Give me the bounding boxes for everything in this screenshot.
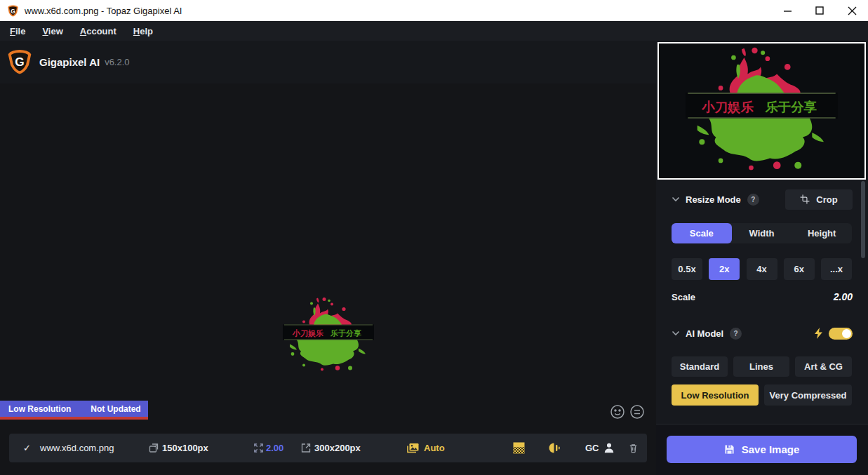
factor-2x-button[interactable]: 2x (709, 258, 740, 280)
menu-account[interactable]: Account (80, 26, 116, 36)
crop-button[interactable]: Crop (785, 189, 853, 210)
resize-mode-title: Resize Mode (686, 194, 741, 205)
factor-4x-button[interactable]: 4x (747, 258, 777, 280)
canvas-image[interactable] (283, 294, 374, 377)
svg-text:G: G (11, 7, 15, 14)
trash-icon[interactable] (628, 434, 639, 462)
save-floppy-icon (724, 444, 735, 455)
factor-6x-button[interactable]: 6x (784, 258, 815, 280)
tab-width[interactable]: Width (732, 223, 792, 243)
model-standard-button[interactable]: Standard (672, 356, 728, 377)
ai-model-buttons-row1: Standard Lines Art & CG (672, 356, 852, 377)
factor-0_5x-button[interactable]: 0.5x (672, 258, 702, 280)
file-name: www.x6d.com.png (40, 434, 114, 462)
svg-text:G: G (15, 55, 24, 69)
noise-suppression-icon[interactable] (513, 434, 525, 462)
model-lines-button[interactable]: Lines (733, 356, 789, 377)
app-version: v6.2.0 (105, 57, 129, 67)
maximize-button[interactable] (803, 0, 836, 21)
toolbar: G Gigapixel AI v6.2.0 Original (0, 41, 656, 83)
feedback-neutral-icon[interactable] (629, 404, 645, 420)
lightning-bolt-icon (814, 328, 823, 339)
gc-label: GC (585, 434, 599, 462)
save-area: Save Image (656, 424, 868, 475)
minimize-button[interactable] (771, 0, 803, 21)
settings-panel: Resize Mode ? Crop Scale Width Height 0.… (656, 41, 868, 475)
model-art-cg-button[interactable]: Art & CG (795, 356, 852, 377)
scale-value[interactable]: 2.00 (834, 291, 853, 302)
image-preview-thumbnail[interactable] (657, 42, 866, 180)
menu-help[interactable]: Help (133, 26, 153, 36)
app-name: Gigapixel AI (39, 56, 100, 68)
titlebar: G www.x6d.com.png - Topaz Gigapixel AI (0, 0, 868, 21)
scale-label: Scale (672, 292, 695, 302)
resize-collapse-chevron-icon[interactable] (672, 196, 680, 202)
close-button[interactable] (836, 0, 868, 21)
model-very-compressed-button[interactable]: Very Compressed (764, 384, 852, 406)
resize-help-button[interactable]: ? (747, 194, 759, 206)
menubar: File View Account Help (0, 21, 868, 41)
user-icon[interactable] (603, 434, 615, 462)
scale-factor-buttons: 0.5x 2x 4x 6x ...x (672, 258, 852, 280)
panel-scrollbar-thumb[interactable] (861, 181, 865, 258)
row-scale-value: 2.00 (266, 434, 283, 462)
ai-help-button[interactable]: ? (730, 328, 742, 340)
badge-model-label: Low Resolution (8, 404, 71, 414)
model-low-resolution-button[interactable]: Low Resolution (672, 384, 759, 406)
tab-height[interactable]: Height (792, 223, 852, 243)
brand: G Gigapixel AI v6.2.0 (7, 49, 130, 74)
gigapixel-window: G www.x6d.com.png - Topaz Gigapixel AI F… (0, 0, 868, 475)
resize-mode-tabs: Scale Width Height (672, 223, 852, 243)
feedback-happy-icon[interactable] (610, 404, 625, 420)
face-recovery-icon[interactable] (548, 434, 561, 462)
input-size-icon (148, 434, 159, 462)
auto-model-toggle[interactable] (829, 328, 853, 340)
badge-status-label: Not Updated (91, 404, 140, 414)
save-image-button[interactable]: Save Image (667, 436, 857, 463)
tab-scale[interactable]: Scale (672, 223, 732, 243)
file-check-icon: ✓ (23, 434, 31, 462)
menu-view[interactable]: View (42, 26, 62, 36)
window-title: www.x6d.com.png - Topaz Gigapixel AI (25, 6, 182, 16)
badge-red-bar (0, 417, 148, 420)
ai-model-title: AI Model (686, 328, 723, 339)
crop-icon (800, 194, 810, 204)
auto-mode-icon[interactable] (406, 434, 420, 462)
output-size: 300x200px (314, 434, 361, 462)
menu-file[interactable]: File (10, 26, 25, 36)
factor-custom-button[interactable]: ...x (821, 258, 852, 280)
app-shield-icon: G (7, 5, 19, 17)
ai-model-buttons-row2: Low Resolution Very Compressed (672, 384, 852, 406)
gigapixel-logo-icon: G (7, 49, 32, 74)
save-image-label: Save Image (742, 443, 800, 455)
auto-mode-label[interactable]: Auto (424, 434, 445, 462)
crop-label: Crop (816, 194, 837, 205)
status-badge: Low Resolution Not Updated (0, 401, 148, 420)
input-size: 150x100px (162, 434, 208, 462)
scale-expand-icon (253, 434, 264, 462)
output-size-icon (300, 434, 312, 462)
file-info-row: ✓ www.x6d.com.png 150x100px 2.00 300x200… (9, 434, 647, 462)
ai-collapse-chevron-icon[interactable] (672, 330, 680, 336)
image-canvas[interactable]: Low Resolution Not Updated ✓ www.x6d.com… (0, 83, 656, 475)
